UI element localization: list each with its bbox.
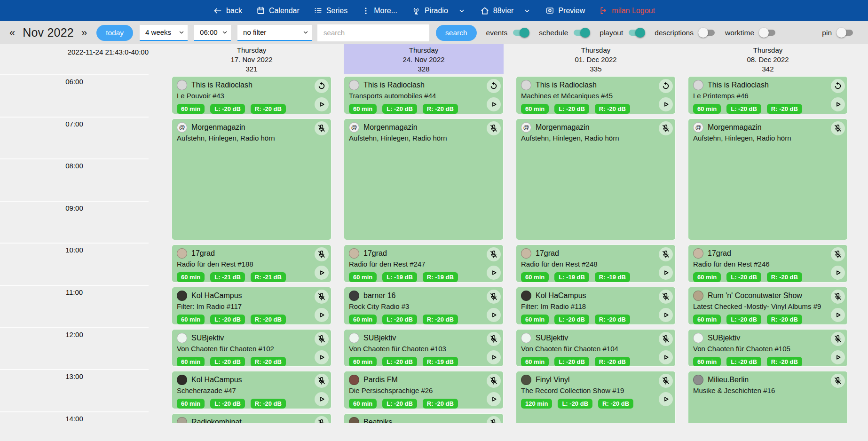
toggle-label-playout: playout (600, 29, 623, 37)
mic-off-icon[interactable] (659, 290, 673, 304)
mic-off-icon[interactable] (487, 290, 501, 304)
event-card[interactable]: This is Radioclash Le Printemps #46 60 m… (688, 76, 848, 114)
event-card[interactable]: 17grad Radio für den Rest #247 60 minL: … (344, 244, 504, 283)
event-card[interactable]: This is Radioclash Transports automobile… (344, 76, 504, 114)
play-icon[interactable] (831, 97, 845, 111)
pin-toggle[interactable] (836, 28, 854, 38)
range-select[interactable]: 4 weeks (140, 25, 188, 41)
event-card[interactable]: SUBjektiv Von Chaoten für Chaoten #105 6… (688, 329, 848, 367)
day-column-header[interactable]: Thursday 17. Nov 2022 321 (172, 44, 331, 74)
event-card[interactable]: This is Radioclash Le Pouvoir #43 60 min… (172, 76, 331, 114)
play-icon[interactable] (659, 350, 673, 364)
day-column-header[interactable]: Thursday 24. Nov 2022 328 (344, 44, 504, 74)
mic-off-icon[interactable] (315, 121, 329, 135)
events-toggle[interactable] (512, 28, 529, 38)
left-level-badge: L: -20 dB (558, 399, 592, 409)
event-card[interactable]: 17grad Radio für den Rest #188 60 minL: … (172, 244, 331, 283)
event-card[interactable]: Rum 'n' Coconutwater Show Latest Checked… (688, 287, 848, 325)
replay-icon[interactable] (315, 79, 329, 93)
mic-off-icon[interactable] (831, 332, 845, 346)
day-column-header[interactable]: Thursday 01. Dec 2022 335 (516, 44, 676, 74)
nav-preview[interactable]: Preview (545, 6, 585, 15)
mic-off-icon[interactable] (659, 374, 673, 388)
prev-month-button[interactable]: « (7, 27, 18, 39)
start-time-select[interactable]: 06:00 (194, 25, 231, 41)
mic-off-icon[interactable] (315, 332, 329, 346)
logout-button[interactable]: milan Logout (599, 6, 655, 15)
event-card[interactable]: 17grad Radio für den Rest #248 60 minL: … (516, 244, 676, 283)
play-icon[interactable] (315, 392, 329, 406)
event-card[interactable]: @ Morgenmagazin Aufstehn, Hinlegen, Radi… (172, 118, 331, 241)
station-dropdown-chevron-icon[interactable] (523, 7, 531, 15)
event-card[interactable]: SUBjektiv Von Chaoten für Chaoten #103 6… (344, 329, 504, 367)
event-card[interactable]: @ Morgenmagazin Aufstehn, Hinlegen, Radi… (516, 118, 676, 241)
worktime-toggle[interactable] (759, 28, 776, 38)
show-avatar (349, 375, 359, 385)
schedule-toggle[interactable] (573, 28, 590, 38)
event-card[interactable]: SUBjektiv Von Chaoten für Chaoten #102 6… (172, 329, 331, 367)
event-card[interactable]: SUBjektiv Von Chaoten für Chaoten #104 6… (516, 329, 676, 367)
back-button[interactable]: back (213, 6, 242, 16)
nav-series[interactable]: Series (314, 6, 347, 15)
mic-off-icon[interactable] (315, 247, 329, 261)
mic-off-icon[interactable] (831, 290, 845, 304)
search-button[interactable]: search (436, 25, 477, 41)
day-column-header[interactable]: Thursday 08. Dec 2022 342 (688, 44, 848, 74)
play-icon[interactable] (659, 392, 673, 406)
mic-off-icon[interactable] (659, 121, 673, 135)
replay-icon[interactable] (831, 79, 845, 93)
today-button[interactable]: today (96, 25, 133, 41)
piradio-dropdown-chevron-icon[interactable] (458, 7, 466, 15)
event-icon-column (659, 79, 673, 111)
play-icon[interactable] (487, 97, 501, 111)
mic-off-icon[interactable] (315, 374, 329, 388)
filter-select[interactable]: no filter (237, 25, 312, 41)
play-icon[interactable] (831, 266, 845, 280)
mic-off-icon[interactable] (315, 290, 329, 304)
event-card[interactable]: Kol HaCampus Scheherazade #47 60 minL: -… (172, 371, 331, 409)
event-card[interactable]: This is Radioclash Machines et Mécanique… (516, 76, 676, 114)
play-icon[interactable] (315, 266, 329, 280)
event-card[interactable]: Milieu.Berlin Musike & Jeschichten #16 (688, 371, 848, 430)
nav-station[interactable]: 88vier (480, 6, 514, 16)
nav-more[interactable]: More... (362, 7, 397, 15)
play-icon[interactable] (831, 350, 845, 364)
event-card[interactable]: Kol HaCampus Filter: Im Radio #118 60 mi… (516, 287, 676, 325)
play-icon[interactable] (315, 350, 329, 364)
play-icon[interactable] (487, 392, 501, 406)
mic-off-icon[interactable] (487, 247, 501, 261)
event-icon-column (487, 121, 501, 135)
event-card[interactable]: @ Morgenmagazin Aufstehn, Hinlegen, Radi… (688, 118, 848, 241)
event-card[interactable]: Kol HaCampus Filter: Im Radio #117 60 mi… (172, 287, 331, 325)
event-card[interactable]: 17grad Radio für den Rest #246 60 minL: … (688, 244, 848, 283)
play-icon[interactable] (315, 308, 329, 322)
nav-calendar[interactable]: Calendar (256, 6, 300, 15)
playout-toggle[interactable] (628, 28, 645, 38)
day-header-date: 08. Dec 2022 (688, 55, 848, 64)
mic-off-icon[interactable] (831, 121, 845, 135)
play-icon[interactable] (315, 97, 329, 111)
mic-off-icon[interactable] (659, 247, 673, 261)
event-card[interactable]: @ Morgenmagazin Aufstehn, Hinlegen, Radi… (344, 118, 504, 241)
mic-off-icon[interactable] (487, 121, 501, 135)
mic-off-icon[interactable] (831, 374, 845, 388)
next-month-button[interactable]: » (79, 27, 90, 39)
mic-off-icon[interactable] (831, 247, 845, 261)
descriptions-toggle[interactable] (698, 28, 716, 38)
mic-off-icon[interactable] (659, 332, 673, 346)
play-icon[interactable] (831, 308, 845, 322)
play-icon[interactable] (487, 266, 501, 280)
search-input[interactable] (317, 24, 429, 41)
replay-icon[interactable] (487, 79, 501, 93)
nav-piradio[interactable]: Piradio (411, 6, 448, 16)
play-icon[interactable] (487, 308, 501, 322)
play-icon[interactable] (659, 266, 673, 280)
event-card[interactable]: barner 16 Rock City Radio #3 60 minL: -2… (344, 287, 504, 325)
replay-icon[interactable] (659, 79, 673, 93)
event-card[interactable]: Pardis FM Die Persischsprachige #26 60 m… (344, 371, 504, 409)
mic-off-icon[interactable] (487, 332, 501, 346)
play-icon[interactable] (487, 350, 501, 364)
play-icon[interactable] (659, 308, 673, 322)
play-icon[interactable] (659, 97, 673, 111)
mic-off-icon[interactable] (487, 374, 501, 388)
